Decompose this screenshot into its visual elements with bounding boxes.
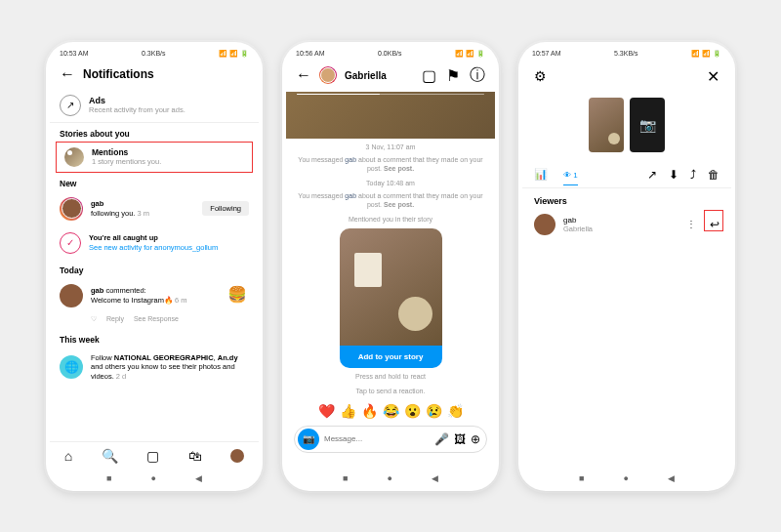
profile-icon[interactable] [230,449,244,463]
status-data: 0.3KB/s [142,50,166,57]
reels-icon[interactable]: ▢ [146,448,159,464]
mentions-row[interactable]: Mentions1 story mentions you. [56,142,253,173]
back-icon[interactable]: ← [60,65,75,83]
nav-back[interactable]: ◀ [668,473,675,483]
comment-body: Welcome to Instagram🔥 [91,296,173,305]
thumbs-emoji[interactable]: 👍 [340,403,356,419]
comment-actions: ♡ Reply See Response [50,313,259,329]
follower-row[interactable]: gabfollowing you. 3 m Following [50,191,259,226]
caught-link[interactable]: See new activity for anonymous_gollum [89,243,218,252]
viewers-heading: Viewers [522,188,731,210]
share-icon[interactable]: ⤴ [690,168,696,182]
suggestion-row[interactable]: 🌐 Follow NATIONAL GEOREGRAPHIC, An.dy an… [50,348,259,388]
fire-emoji[interactable]: 🔥 [361,403,378,419]
ads-title: Ads [89,96,185,105]
close-icon[interactable]: ✕ [707,67,719,86]
avatar[interactable] [319,66,337,84]
sad-emoji[interactable]: 😢 [426,403,442,419]
viewer-sub: Gabriella [563,225,678,233]
burger-icon: 🍔 [227,285,249,307]
comment-time: 6 m [175,296,187,305]
sticker-icon[interactable]: ⊕ [471,432,480,446]
story-card[interactable]: Add to your story [340,228,442,368]
story-thumb-icon [64,147,84,167]
chat-name[interactable]: Gabriella [345,70,387,81]
nav-square[interactable]: ■ [579,473,584,483]
nav-circle[interactable]: ● [624,473,629,483]
ads-sub: Recent activity from your ads. [89,105,185,114]
see-response-link[interactable]: See Response [134,315,179,322]
flag-icon[interactable]: ⚑ [446,66,460,85]
viewer-row[interactable]: gabGabriella ⋮ ↩ [522,210,731,239]
reaction-bar: ❤️ 👍 🔥 😂 😮 😢 👏 [286,397,495,421]
user-name: gab [91,199,103,208]
highlight-box [704,210,723,231]
mention-label: Mentioned you in their story [286,211,495,225]
phone-chat: 10:56 AM 0.0KB/s 📶📶🔋 ← Gabriella ▢ ⚑ ⓘ 3… [282,42,499,491]
ads-row[interactable]: ↗ AdsRecent activity from your ads. [50,89,259,123]
gear-icon[interactable]: ⚙ [534,68,547,84]
nav-back[interactable]: ◀ [432,473,438,483]
search-icon[interactable]: 🔍 [102,448,118,464]
story-image [340,228,442,346]
status-time: 10:56 AM [296,50,325,57]
more-icon[interactable]: ⋮ [686,219,696,229]
wow-emoji[interactable]: 😮 [404,403,421,419]
status-time: 10:53 AM [60,50,89,57]
info-icon[interactable]: ⓘ [470,65,485,86]
camera-icon[interactable]: 📷 [298,429,319,450]
follow-action: following you. [91,209,135,218]
status-time: 10:57 AM [532,50,561,57]
reply-link[interactable]: Reply [106,315,124,322]
timestamp: 3 Nov, 11:07 am [286,139,495,153]
download-icon[interactable]: ⬇ [669,168,678,182]
avatar [534,214,555,235]
status-data: 0.0KB/s [378,50,402,57]
nav-circle[interactable]: ● [388,473,392,483]
status-bar: 10:56 AM 0.0KB/s 📶📶🔋 [286,46,495,60]
comment-row[interactable]: gab commented:Welcome to Instagram🔥 6 m … [50,278,259,313]
viewer-tabs: 📊 👁 1 ↗ ⬇ ⤴ 🗑 [522,162,731,188]
phone-notifications: 10:53 AM 0.3KB/s 📶📶🔋 ← Notifications ↗ A… [46,42,263,491]
add-to-story-button[interactable]: Add to your story [340,346,442,368]
follow-time: 3 m [138,209,150,218]
suggestion-text: Follow NATIONAL GEOREGRAPHIC, An.dy and … [91,353,249,382]
avatar [60,284,83,307]
mentions-title: Mentions [92,147,161,157]
clap-emoji[interactable]: 👏 [447,403,464,419]
story-thumb[interactable] [589,98,624,152]
activity-icon[interactable]: ↗ [647,168,657,182]
story-thumbs: 📷 [522,94,731,162]
message-input[interactable] [324,434,430,443]
heart-emoji[interactable]: ❤️ [318,403,335,419]
status-data: 5.3KB/s [614,50,638,57]
nav-square[interactable]: ■ [343,473,348,483]
nav-back[interactable]: ◀ [195,473,202,483]
story-header[interactable] [286,92,495,139]
new-story-thumb[interactable]: 📷 [630,98,665,152]
phone-viewers: 10:57 AM 5.3KB/s 📶📶🔋 ⚙ ✕ 📷 📊 👁 1 ↗ ⬇ ⤴ 🗑… [518,42,735,491]
laugh-emoji[interactable]: 😂 [383,403,399,419]
insights-icon[interactable]: 📊 [534,168,548,181]
section-today: Today [50,260,259,278]
system-msg: You messaged gab about a comment that th… [286,189,495,211]
back-icon[interactable]: ← [296,66,311,84]
tap-hint: Tap to send a reaction. [286,383,495,397]
video-icon[interactable]: ▢ [422,66,436,85]
status-bar: 10:53 AM 0.3KB/s 📶📶🔋 [50,46,259,60]
avatar [60,197,83,221]
mic-icon[interactable]: 🎤 [434,432,449,446]
gallery-icon[interactable]: 🖼 [454,432,466,446]
heart-icon[interactable]: ♡ [91,315,97,323]
home-icon[interactable]: ⌂ [64,448,72,464]
android-nav: ■ ● ◀ [50,470,259,487]
shop-icon[interactable]: 🛍 [188,448,202,464]
trash-icon[interactable]: 🗑 [708,168,719,182]
nav-square[interactable]: ■ [106,473,111,483]
story-top: ⚙ ✕ [522,60,731,94]
nav-circle[interactable]: ● [151,473,156,483]
message-bar: 📷 🎤 🖼 ⊕ [286,421,495,458]
following-button[interactable]: Following [202,201,249,216]
viewer-count[interactable]: 👁 1 [563,171,578,185]
viewer-name: gab [563,216,678,225]
